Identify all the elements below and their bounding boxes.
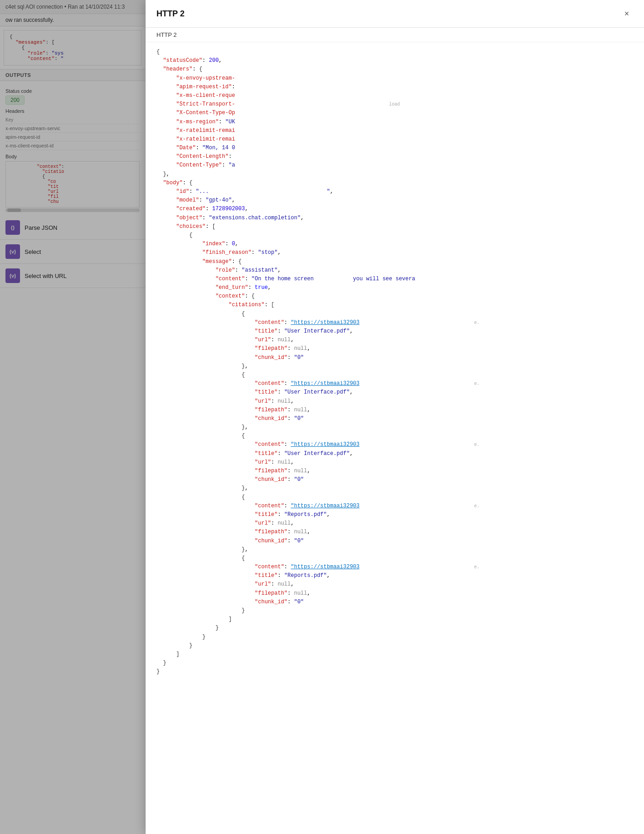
json-view: { "statusCode": 200, "headers": { "x-env… [146, 42, 644, 682]
modal-subtitle: HTTP 2 [146, 28, 644, 42]
modal-panel: HTTP 2 × HTTP 2 { "statusCode": 200, "he… [146, 0, 644, 834]
modal-title: HTTP 2 [156, 9, 185, 19]
modal-close-button[interactable]: × [620, 7, 633, 20]
modal-body[interactable]: { "statusCode": 200, "headers": { "x-env… [146, 42, 644, 834]
modal-header: HTTP 2 × [146, 0, 644, 28]
